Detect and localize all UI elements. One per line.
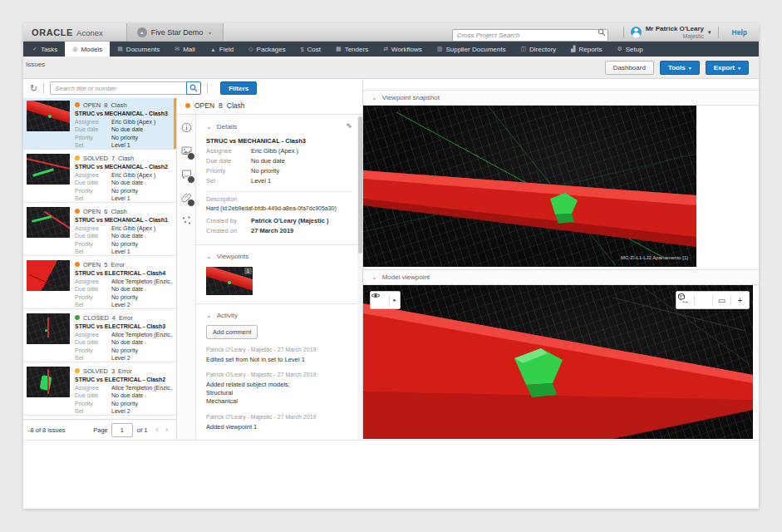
nav-item[interactable]: $ Cost [293, 42, 328, 57]
assignee-value: Alice Templeton (Enzic... [111, 384, 173, 392]
nav-item[interactable]: ▤ Documents [110, 42, 167, 57]
search-button[interactable] [186, 81, 201, 95]
nav-item[interactable]: ✉ Mail [167, 42, 203, 57]
chevron-down-icon[interactable]: ⌄ [371, 94, 377, 101]
next-page-icon[interactable]: › [165, 426, 168, 434]
set-label: Set [75, 248, 111, 256]
avatar [631, 27, 642, 37]
nav-item-label: Setup [626, 46, 643, 53]
section-cube-icon[interactable] [695, 292, 712, 308]
issue-type: Error [118, 367, 132, 375]
nav-item[interactable]: ✓ Tasks [25, 42, 65, 57]
nav-item-icon: $ [301, 47, 304, 52]
add-comment-button[interactable]: Add comment [206, 325, 258, 339]
assignee-value: Eric Gibb (Apex ) [111, 171, 155, 180]
nav-item-icon: ◎ [72, 46, 77, 52]
viewpoint-panel: ⌄ Viewpoint snapshot MC-ZI-L1-LJ2 Aparta… [363, 79, 759, 441]
nav-item[interactable]: ⚙ Setup [609, 42, 650, 57]
nav-item[interactable]: ▟ Reports [563, 42, 609, 57]
issue-number: 3 [111, 367, 115, 375]
measure-icon[interactable]: ▭ [713, 292, 730, 308]
activity-entry: Patrick O'Leary - Majestic - 27 March 20… [206, 372, 352, 406]
status-dot [185, 103, 190, 108]
due-date-value: No due date [111, 392, 143, 400]
oracle-logo: ORACLE [32, 27, 73, 37]
set-value: Level 1 [111, 141, 130, 150]
set-value: Level 1 [111, 248, 130, 256]
filters-button[interactable]: Filters [220, 81, 257, 95]
assignee-value: Eric Gibb (Apex ) [251, 146, 298, 156]
nav-item[interactable]: ⇄ Workflows [376, 42, 430, 57]
attachments-icon[interactable] [181, 192, 192, 203]
assignee-value: Alice Templeton (Enzic... [111, 331, 173, 339]
viewpoints-section-header: ⌄ Viewpoints [206, 253, 352, 260]
viewpoint-thumbnail[interactable]: 1 [206, 267, 253, 295]
scrollbar-thumb[interactable] [358, 116, 362, 254]
search-icon[interactable] [598, 28, 606, 37]
chevron-right-icon[interactable]: ▸ [390, 297, 400, 303]
nav-item[interactable]: ▲ Field [203, 42, 241, 57]
issues-panel: ↻ Filters [23, 79, 363, 441]
issue-list-item[interactable]: OPEN 8 Clash STRUC vs MECHANICAL - Clash… [23, 98, 176, 150]
nav-item[interactable]: ◇ Packages [241, 42, 293, 57]
viewpoints-section-title: Viewpoints [217, 253, 249, 260]
issue-list-item[interactable]: OPEN 6 Clash STRUC vs MECHANICAL - Clash… [23, 204, 176, 256]
divider [43, 82, 44, 94]
issue-list-item[interactable]: SOLVED 7 Clash STRUC vs MECHANICAL - Cla… [23, 151, 176, 203]
zoom-in-icon[interactable]: + [731, 292, 749, 308]
caret-down-icon: ▾ [708, 29, 711, 36]
nav-item[interactable]: ▥ Supplier Documents [430, 42, 514, 57]
nav-item-label: Models [81, 46, 102, 53]
model-viewpoint-canvas[interactable]: ▸ ↔ ▭ + [363, 285, 753, 439]
brand: ORACLE Aconex [23, 27, 111, 37]
project-selector[interactable]: ▴ Five Star Demo ⌄ [126, 23, 224, 41]
issue-title: STRUC vs ELECTRICAL - Clash3 [75, 323, 173, 329]
issue-list-item[interactable]: SOLVED 3 Error STRUC vs ELECTRICAL - Cla… [23, 364, 176, 416]
issue-list-item[interactable]: CLOSED 4 Error STRUC vs ELECTRICAL - Cla… [23, 311, 176, 362]
chevron-down-icon[interactable]: ⌄ [206, 312, 212, 319]
priority-label: Priority [75, 240, 111, 249]
refresh-icon[interactable]: ↻ [30, 84, 37, 93]
viewpoints-image-icon[interactable] [181, 145, 192, 156]
issue-thumbnail [27, 154, 70, 185]
assignee-label: Assignee [75, 118, 111, 126]
issue-search-input[interactable] [50, 81, 186, 95]
comments-icon[interactable] [181, 169, 192, 180]
chevron-down-icon[interactable]: ⌄ [206, 253, 212, 260]
chevron-down-icon[interactable]: ⌄ [206, 123, 212, 131]
info-icon[interactable] [181, 122, 192, 133]
export-button[interactable]: Export▾ [706, 61, 749, 75]
nav-item-label: Field [219, 46, 234, 53]
user-menu[interactable]: Mr Patrick O'Leary Majestic ▾ [631, 26, 711, 39]
related-items-icon[interactable] [181, 215, 192, 226]
priority-value: No priority [251, 166, 279, 176]
project-name: Five Star Demo [151, 28, 204, 37]
activity-text: Added viewpoint 1 [206, 423, 352, 431]
activity-meta: Patrick O'Leary - Majestic - 27 March 20… [206, 347, 352, 352]
chevron-down-icon[interactable]: ⌄ [371, 273, 377, 281]
issue-status: CLOSED [83, 314, 109, 322]
dashboard-button[interactable]: Dashboard [605, 61, 654, 75]
help-link[interactable]: Help [732, 28, 747, 37]
nav-item[interactable]: ◫ Directory [513, 42, 563, 57]
priority-label: Priority [75, 400, 111, 408]
page-input[interactable] [111, 423, 133, 437]
page-of-label: of 1 [137, 426, 148, 434]
top-header-bar: ORACLE Aconex ▴ Five Star Demo ⌄ Mr Patr… [23, 23, 759, 42]
created-on-value: 27 March 2019 [251, 226, 293, 236]
issue-list-item[interactable]: OPEN 5 Error STRUC vs ELECTRICAL - Clash… [23, 258, 176, 309]
edit-icon[interactable]: ✎ [346, 122, 352, 131]
prev-page-icon[interactable]: ‹ [155, 426, 158, 434]
nav-item[interactable]: ◎ Models [65, 42, 110, 57]
issue-type: Clash [118, 155, 134, 162]
nav-item-label: Reports [578, 46, 602, 53]
tools-button[interactable]: Tools▾ [660, 61, 700, 75]
nav-item-label: Workflows [391, 46, 422, 53]
nav-item-icon: ✉ [175, 46, 180, 52]
due-date-value: No due date [111, 126, 143, 134]
nav-item-label: Directory [529, 46, 556, 53]
priority-label: Priority [75, 187, 111, 195]
assignee-value: Eric Gibb (Apex ) [111, 224, 155, 233]
nav-item[interactable]: ▦ Tenders [328, 42, 376, 57]
cross-project-search-input[interactable] [452, 29, 608, 42]
